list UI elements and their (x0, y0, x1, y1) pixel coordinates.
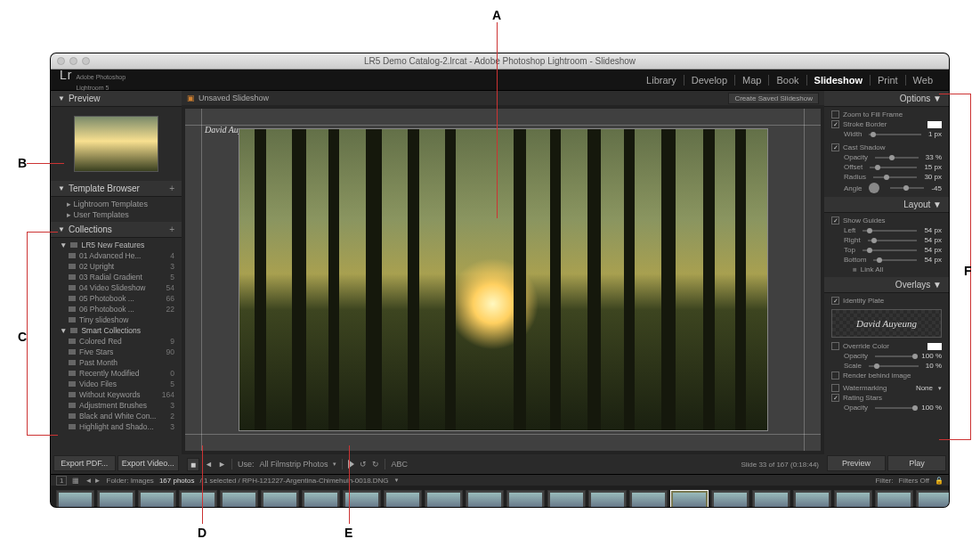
collection-item[interactable]: Video Files5 (51, 379, 182, 389)
annotation-d: D (198, 526, 207, 540)
module-print[interactable]: Print (870, 75, 905, 86)
text-overlay-button[interactable]: ABC (391, 460, 408, 469)
grid-view-icon[interactable]: ▦ (72, 477, 79, 485)
collections-header[interactable]: ▼Collections+ (51, 222, 182, 238)
filmstrip-thumb[interactable] (302, 490, 340, 508)
filmstrip-thumb[interactable] (711, 490, 749, 508)
collection-item[interactable]: Adjustment Brushes3 (51, 400, 182, 411)
filmstrip-thumb[interactable] (547, 490, 586, 508)
filmstrip-thumb[interactable] (179, 490, 217, 508)
module-slideshow[interactable]: Slideshow (806, 75, 870, 86)
lightroom-window: LR5 Demo Catalog-2.lrcat - Adobe Photosh… (51, 53, 949, 507)
override-color-checkbox[interactable] (831, 342, 839, 350)
titlebar: LR5 Demo Catalog-2.lrcat - Adobe Photosh… (51, 53, 949, 69)
filmstrip-thumb[interactable] (384, 490, 422, 508)
filmstrip-thumb[interactable] (97, 490, 135, 508)
overlays-header[interactable]: Overlays ▼ (824, 277, 949, 293)
slideshow-title: Unsaved Slideshow (198, 94, 269, 102)
filmstrip-thumb[interactable] (425, 490, 463, 508)
template-folder[interactable]: ▸ User Templates (58, 209, 174, 220)
collections-list[interactable]: ▼LR5 New Features01 Advanced He...402 Up… (51, 238, 182, 453)
filmstrip-thumb[interactable] (506, 490, 545, 508)
shadow-offset-slider[interactable] (870, 167, 917, 168)
use-dropdown[interactable]: All Filmstrip Photos (259, 460, 328, 469)
app-logo: Lr Adobe PhotoshopLightroom 5 (60, 68, 126, 92)
module-web[interactable]: Web (905, 75, 940, 86)
rotate-ccw-button[interactable]: ↺ (360, 460, 367, 469)
template-browser-header[interactable]: ▼Template Browser+ (51, 181, 182, 197)
export-video-button[interactable]: Export Video... (117, 455, 180, 471)
render-behind-checkbox[interactable] (831, 371, 839, 380)
module-library[interactable]: Library (639, 75, 684, 86)
create-saved-slideshow-button[interactable]: Create Saved Slideshow (728, 93, 819, 104)
filmstrip-thumb[interactable] (138, 490, 176, 508)
collection-item[interactable]: Recently Modified0 (51, 368, 182, 379)
collection-item[interactable]: Five Stars90 (51, 347, 182, 357)
play-slideshow-button[interactable]: Play (887, 455, 946, 471)
collection-item[interactable]: Highlight and Shado...3 (51, 421, 182, 432)
filmstrip-thumb[interactable] (466, 490, 504, 508)
collection-item[interactable]: Colored Red9 (51, 336, 182, 347)
cast-shadow-checkbox[interactable]: ✓ (831, 143, 839, 151)
annotation-f: F (964, 264, 972, 278)
filmstrip-thumb[interactable] (588, 490, 627, 508)
layout-header[interactable]: Layout ▼ (824, 197, 949, 213)
collection-item[interactable]: 03 Radial Gradient5 (51, 272, 182, 282)
collection-item[interactable]: ▼LR5 New Features (51, 240, 182, 250)
second-window-button[interactable]: 1 (56, 476, 67, 486)
angle-dial[interactable] (869, 183, 879, 193)
collection-item[interactable]: 04 Video Slideshow54 (51, 282, 182, 293)
filmstrip-thumb[interactable] (670, 490, 709, 508)
collection-item[interactable]: 02 Upright3 (51, 261, 182, 272)
filmstrip-thumb[interactable] (834, 490, 872, 508)
collection-item[interactable]: ▼Smart Collections (51, 325, 182, 336)
stroke-border-checkbox[interactable]: ✓ (831, 120, 839, 128)
rotate-cw-button[interactable]: ↻ (372, 460, 379, 469)
filmstrip-thumb[interactable] (56, 490, 94, 508)
left-panel: ▼Preview ▼Template Browser+ ▸ Lightroom … (51, 91, 182, 474)
annotation-a: A (492, 8, 501, 22)
watermarking-checkbox[interactable] (831, 384, 839, 392)
export-pdf-button[interactable]: Export PDF... (53, 455, 116, 471)
shadow-radius-slider[interactable] (873, 176, 918, 178)
collection-item[interactable]: Past Month (51, 357, 182, 368)
collection-item[interactable]: Tiny slideshow (51, 314, 182, 325)
template-folder[interactable]: ▸ Lightroom Templates (58, 199, 174, 209)
identity-plate-checkbox[interactable]: ✓ (831, 297, 839, 305)
module-book[interactable]: Book (768, 75, 806, 86)
template-list[interactable]: ▸ Lightroom Templates▸ User Templates (51, 197, 182, 222)
shadow-opacity-slider[interactable] (875, 157, 919, 159)
prev-button[interactable]: ◄ (205, 460, 213, 469)
options-header[interactable]: Options ▼ (824, 91, 949, 107)
filter-dropdown[interactable]: Filters Off (898, 477, 929, 485)
filmstrip[interactable] (51, 486, 949, 507)
filmstrip-thumb[interactable] (916, 490, 949, 508)
filter-lock-icon[interactable]: 🔒 (935, 477, 944, 485)
filmstrip-thumb[interactable] (875, 490, 913, 508)
filmstrip-thumb[interactable] (261, 490, 299, 508)
filmstrip-thumb[interactable] (220, 490, 258, 508)
annotation-c: C (18, 330, 27, 344)
next-button[interactable]: ► (218, 460, 226, 469)
identity-plate-editor[interactable]: David Auyeung (831, 309, 942, 338)
rating-stars-checkbox[interactable]: ✓ (831, 394, 839, 402)
module-develop[interactable]: Develop (684, 75, 734, 86)
show-guides-checkbox[interactable]: ✓ (831, 216, 839, 225)
stroke-width-slider[interactable] (869, 134, 920, 135)
playback-toolbar: ■ ◄ ► Use: All Filmstrip Photos ▾ ↺ ↻ AB… (182, 454, 824, 474)
collection-item[interactable]: Without Keywords164 (51, 389, 182, 400)
filmstrip-thumb[interactable] (629, 490, 668, 508)
collection-item[interactable]: 06 Photobook ...22 (51, 304, 182, 314)
module-map[interactable]: Map (734, 75, 768, 86)
collection-item[interactable]: 01 Advanced He...4 (51, 250, 182, 261)
collection-item[interactable]: Black and White Con...2 (51, 411, 182, 421)
zoom-fill-checkbox[interactable] (831, 110, 839, 118)
slide-canvas[interactable]: David Auyeung (185, 109, 821, 451)
stop-button[interactable]: ■ (187, 458, 199, 471)
filmstrip-thumb[interactable] (752, 490, 790, 508)
preview-button[interactable]: Preview (827, 455, 886, 471)
filmstrip-thumb[interactable] (793, 490, 831, 508)
filmstrip-info-bar: 1 ▦ ◄ ► Folder: Images 167 photos / 1 se… (51, 474, 949, 486)
preview-header[interactable]: ▼Preview (51, 91, 182, 107)
collection-item[interactable]: 05 Photobook ...66 (51, 293, 182, 304)
